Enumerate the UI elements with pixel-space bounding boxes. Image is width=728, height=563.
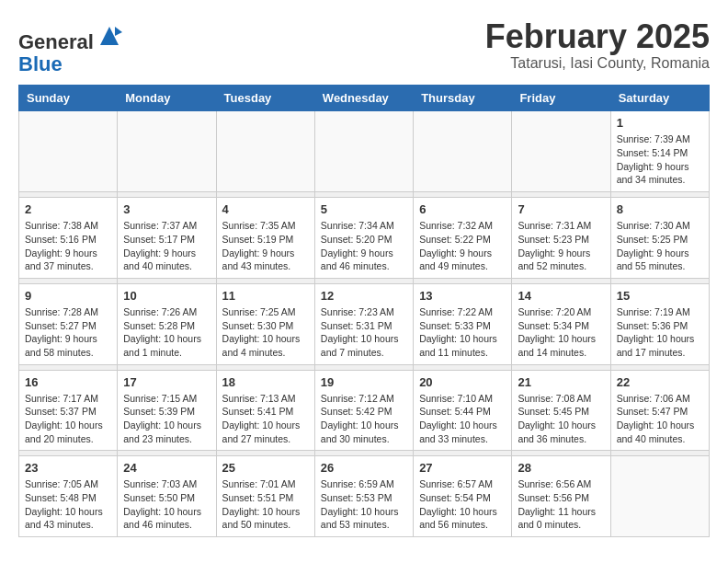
calendar-cell	[414, 111, 512, 192]
calendar-cell: 8Sunrise: 7:30 AM Sunset: 5:25 PM Daylig…	[610, 198, 709, 279]
day-number: 20	[419, 375, 506, 389]
day-info: Sunrise: 6:56 AM Sunset: 5:56 PM Dayligh…	[518, 477, 604, 532]
col-header-monday: Monday	[118, 86, 216, 111]
calendar-cell: 4Sunrise: 7:35 AM Sunset: 5:19 PM Daylig…	[216, 198, 314, 279]
calendar-week-row: 23Sunrise: 7:05 AM Sunset: 5:48 PM Dayli…	[19, 456, 710, 537]
title-block: February 2025 Tatarusi, Iasi County, Rom…	[485, 18, 710, 72]
day-info: Sunrise: 7:17 AM Sunset: 5:37 PM Dayligh…	[25, 392, 111, 446]
logo-blue: Blue	[18, 52, 63, 75]
day-info: Sunrise: 7:20 AM Sunset: 5:34 PM Dayligh…	[518, 305, 604, 360]
day-number: 6	[419, 202, 506, 216]
calendar-cell: 20Sunrise: 7:10 AM Sunset: 5:44 PM Dayli…	[414, 370, 512, 451]
day-number: 10	[123, 289, 210, 303]
calendar-cell: 26Sunrise: 6:59 AM Sunset: 5:53 PM Dayli…	[314, 456, 413, 537]
calendar-cell: 13Sunrise: 7:22 AM Sunset: 5:33 PM Dayli…	[414, 283, 512, 364]
day-number: 13	[419, 289, 506, 303]
day-number: 18	[222, 375, 309, 389]
calendar-cell: 11Sunrise: 7:25 AM Sunset: 5:30 PM Dayli…	[216, 283, 314, 364]
col-header-tuesday: Tuesday	[216, 86, 314, 111]
col-header-sunday: Sunday	[19, 86, 118, 111]
calendar-cell: 12Sunrise: 7:23 AM Sunset: 5:31 PM Dayli…	[314, 283, 413, 364]
calendar-cell: 2Sunrise: 7:38 AM Sunset: 5:16 PM Daylig…	[19, 198, 118, 279]
calendar-cell: 10Sunrise: 7:26 AM Sunset: 5:28 PM Dayli…	[118, 283, 216, 364]
calendar-cell: 25Sunrise: 7:01 AM Sunset: 5:51 PM Dayli…	[216, 456, 314, 537]
day-number: 19	[321, 375, 407, 389]
calendar-cell: 7Sunrise: 7:31 AM Sunset: 5:23 PM Daylig…	[512, 198, 610, 279]
calendar-cell: 22Sunrise: 7:06 AM Sunset: 5:47 PM Dayli…	[610, 370, 709, 451]
calendar-cell: 14Sunrise: 7:20 AM Sunset: 5:34 PM Dayli…	[512, 283, 610, 364]
day-number: 15	[617, 289, 703, 303]
day-number: 24	[123, 461, 210, 475]
day-info: Sunrise: 6:57 AM Sunset: 5:54 PM Dayligh…	[419, 477, 506, 532]
day-number: 21	[518, 375, 604, 389]
logo-icon	[97, 23, 122, 49]
calendar-cell: 17Sunrise: 7:15 AM Sunset: 5:39 PM Dayli…	[118, 370, 216, 451]
day-info: Sunrise: 7:23 AM Sunset: 5:31 PM Dayligh…	[321, 305, 407, 360]
day-number: 26	[321, 461, 407, 475]
col-header-friday: Friday	[512, 86, 610, 111]
day-number: 11	[222, 289, 309, 303]
day-number: 28	[518, 461, 604, 475]
calendar-cell	[314, 111, 413, 192]
calendar-week-row: 9Sunrise: 7:28 AM Sunset: 5:27 PM Daylig…	[19, 283, 710, 364]
calendar-cell: 9Sunrise: 7:28 AM Sunset: 5:27 PM Daylig…	[19, 283, 118, 364]
calendar-cell: 24Sunrise: 7:03 AM Sunset: 5:50 PM Dayli…	[118, 456, 216, 537]
calendar-cell: 27Sunrise: 6:57 AM Sunset: 5:54 PM Dayli…	[414, 456, 512, 537]
calendar-cell	[118, 111, 216, 192]
day-number: 9	[25, 289, 111, 303]
calendar-cell: 5Sunrise: 7:34 AM Sunset: 5:20 PM Daylig…	[314, 198, 413, 279]
day-number: 22	[617, 375, 703, 389]
day-info: Sunrise: 7:12 AM Sunset: 5:42 PM Dayligh…	[321, 392, 407, 446]
day-info: Sunrise: 7:35 AM Sunset: 5:19 PM Dayligh…	[222, 219, 309, 273]
calendar-cell	[216, 111, 314, 192]
calendar-cell: 3Sunrise: 7:37 AM Sunset: 5:17 PM Daylig…	[118, 198, 216, 279]
day-number: 25	[222, 461, 309, 475]
logo-general: General	[18, 30, 94, 53]
day-info: Sunrise: 7:31 AM Sunset: 5:23 PM Dayligh…	[518, 219, 604, 273]
day-info: Sunrise: 6:59 AM Sunset: 5:53 PM Dayligh…	[321, 477, 407, 532]
day-number: 8	[617, 202, 703, 216]
calendar-cell: 19Sunrise: 7:12 AM Sunset: 5:42 PM Dayli…	[314, 370, 413, 451]
calendar-table: SundayMondayTuesdayWednesdayThursdayFrid…	[18, 85, 710, 537]
day-info: Sunrise: 7:25 AM Sunset: 5:30 PM Dayligh…	[222, 305, 309, 360]
svg-marker-1	[115, 27, 122, 36]
day-number: 7	[518, 202, 604, 216]
day-info: Sunrise: 7:15 AM Sunset: 5:39 PM Dayligh…	[123, 392, 210, 446]
day-number: 1	[617, 116, 703, 130]
day-info: Sunrise: 7:37 AM Sunset: 5:17 PM Dayligh…	[123, 219, 210, 273]
calendar-week-row: 1Sunrise: 7:39 AM Sunset: 5:14 PM Daylig…	[19, 111, 710, 192]
day-info: Sunrise: 7:05 AM Sunset: 5:48 PM Dayligh…	[25, 477, 111, 532]
calendar-cell: 1Sunrise: 7:39 AM Sunset: 5:14 PM Daylig…	[610, 111, 709, 192]
calendar-cell: 16Sunrise: 7:17 AM Sunset: 5:37 PM Dayli…	[19, 370, 118, 451]
day-info: Sunrise: 7:22 AM Sunset: 5:33 PM Dayligh…	[419, 305, 506, 360]
col-header-wednesday: Wednesday	[314, 86, 413, 111]
day-number: 3	[123, 202, 210, 216]
calendar-week-row: 16Sunrise: 7:17 AM Sunset: 5:37 PM Dayli…	[19, 370, 710, 451]
day-info: Sunrise: 7:01 AM Sunset: 5:51 PM Dayligh…	[222, 477, 309, 532]
day-info: Sunrise: 7:28 AM Sunset: 5:27 PM Dayligh…	[25, 305, 111, 360]
calendar-cell: 18Sunrise: 7:13 AM Sunset: 5:41 PM Dayli…	[216, 370, 314, 451]
day-info: Sunrise: 7:30 AM Sunset: 5:25 PM Dayligh…	[617, 219, 703, 273]
day-info: Sunrise: 7:03 AM Sunset: 5:50 PM Dayligh…	[123, 477, 210, 532]
col-header-saturday: Saturday	[610, 86, 709, 111]
day-info: Sunrise: 7:39 AM Sunset: 5:14 PM Dayligh…	[617, 132, 703, 187]
col-header-thursday: Thursday	[414, 86, 512, 111]
day-info: Sunrise: 7:10 AM Sunset: 5:44 PM Dayligh…	[419, 392, 506, 446]
day-info: Sunrise: 7:19 AM Sunset: 5:36 PM Dayligh…	[617, 305, 703, 360]
day-number: 14	[518, 289, 604, 303]
calendar-cell: 6Sunrise: 7:32 AM Sunset: 5:22 PM Daylig…	[414, 198, 512, 279]
day-number: 16	[25, 375, 111, 389]
calendar-title: February 2025	[485, 18, 710, 55]
day-info: Sunrise: 7:32 AM Sunset: 5:22 PM Dayligh…	[419, 219, 506, 273]
calendar-cell: 28Sunrise: 6:56 AM Sunset: 5:56 PM Dayli…	[512, 456, 610, 537]
day-number: 17	[123, 375, 210, 389]
day-number: 27	[419, 461, 506, 475]
calendar-week-row: 2Sunrise: 7:38 AM Sunset: 5:16 PM Daylig…	[19, 198, 710, 279]
calendar-cell	[610, 456, 709, 537]
day-info: Sunrise: 7:34 AM Sunset: 5:20 PM Dayligh…	[321, 219, 407, 273]
day-number: 2	[25, 202, 111, 216]
calendar-cell	[19, 111, 118, 192]
day-info: Sunrise: 7:08 AM Sunset: 5:45 PM Dayligh…	[518, 392, 604, 446]
calendar-cell: 21Sunrise: 7:08 AM Sunset: 5:45 PM Dayli…	[512, 370, 610, 451]
day-info: Sunrise: 7:26 AM Sunset: 5:28 PM Dayligh…	[123, 305, 210, 360]
